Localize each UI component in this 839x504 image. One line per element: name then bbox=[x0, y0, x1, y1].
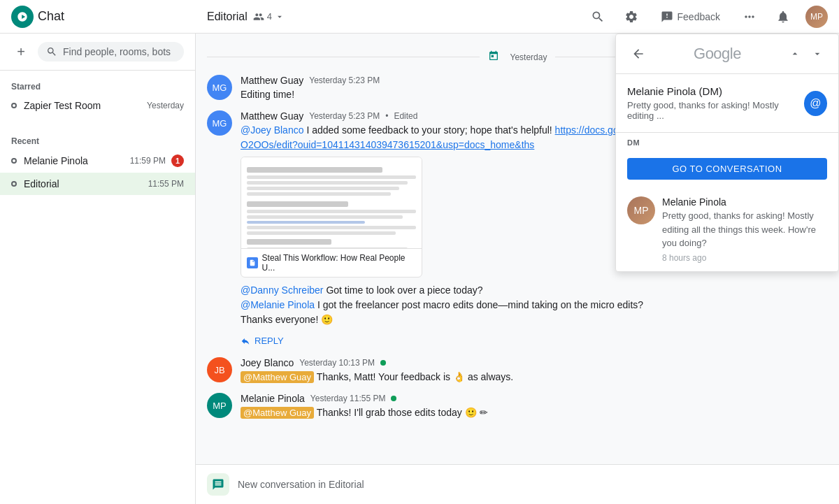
text-joey: Thanks, Matt! Your feedback is 👌 as alwa… bbox=[317, 371, 514, 382]
app-title: Chat bbox=[38, 9, 64, 24]
sidebar-item-name: Zapier Test Room bbox=[24, 100, 101, 111]
text-melanie-4: Thanks! I'll grab those edits today 🙂 ✏ bbox=[317, 407, 488, 418]
avatar-matthew-2: MG bbox=[207, 110, 232, 136]
notifications-button[interactable] bbox=[772, 6, 794, 28]
apps-button[interactable] bbox=[738, 6, 761, 28]
docs-icon bbox=[247, 257, 258, 268]
starred-section-title: Starred bbox=[0, 79, 195, 94]
sidebar-item-left: Zapier Test Room bbox=[11, 100, 101, 111]
popup-nav-up[interactable] bbox=[785, 44, 805, 64]
msg-author-2: Matthew Guay bbox=[241, 110, 303, 122]
new-conv-icon bbox=[207, 473, 229, 496]
popup-dm-header: Melanie Pinola (DM) Pretty good, thanks … bbox=[616, 74, 838, 133]
popup-nav-down[interactable] bbox=[808, 44, 827, 64]
mention-highlight-matthew: @Matthew Guay bbox=[241, 371, 314, 383]
reply-label: REPLY bbox=[254, 336, 284, 346]
member-count-number: 4 bbox=[267, 11, 272, 22]
sidebar-item-left: Editorial bbox=[11, 178, 59, 189]
mention-melanie: @Melanie Pinola bbox=[241, 299, 315, 310]
topbar-actions: Feedback MP bbox=[587, 6, 828, 28]
new-conv-label: New conversation in Editorial bbox=[238, 479, 364, 490]
popup-dm-preview: Pretty good, thanks for asking! Mostly e… bbox=[627, 100, 804, 121]
popup-dm-info: Melanie Pinola (DM) Pretty good, thanks … bbox=[627, 85, 804, 121]
message-body-4: Melanie Pinola Yesterday 11:55 PM @Matth… bbox=[241, 393, 828, 420]
avatar-melanie: MP bbox=[207, 393, 232, 418]
calendar-icon bbox=[488, 50, 499, 64]
sidebar-item-melanie[interactable]: Melanie Pinola 11:59 PM 1 bbox=[0, 149, 195, 173]
member-count: 4 bbox=[253, 11, 285, 22]
popup-dm-label: DM bbox=[616, 133, 838, 150]
popup-at-icon: @ bbox=[804, 91, 827, 116]
msg-time-1: Yesterday 5:23 PM bbox=[309, 75, 380, 85]
app-logo-section: Chat bbox=[11, 6, 207, 28]
sidebar-item-time: 11:59 PM bbox=[130, 156, 166, 166]
msg-header-4: Melanie Pinola Yesterday 11:55 PM bbox=[241, 393, 828, 404]
message-group-4: MP Melanie Pinola Yesterday 11:55 PM @Ma… bbox=[207, 393, 828, 420]
popup-avatar-initials: MP bbox=[634, 205, 649, 216]
avatar-matthew: MG bbox=[207, 75, 232, 100]
starred-section: Starred Zapier Test Room Yesterday bbox=[0, 71, 195, 125]
popup-dm-row: Melanie Pinola (DM) Pretty good, thanks … bbox=[627, 85, 827, 121]
search-bar: + Find people, rooms, bots bbox=[0, 34, 195, 71]
date-separator-text: Yesterday bbox=[510, 52, 547, 62]
msg-text-pre: I added some feedback to your story; hop… bbox=[306, 124, 554, 136]
room-name: Editorial bbox=[207, 10, 248, 23]
search-placeholder: Find people, rooms, bots bbox=[63, 46, 171, 57]
sidebar-item-zapier[interactable]: Zapier Test Room Yesterday bbox=[0, 94, 195, 117]
text-thanks: Thanks everyone! 🙂 bbox=[241, 314, 333, 325]
avatar-joey: JB bbox=[207, 357, 232, 382]
online-indicator-3 bbox=[380, 360, 386, 366]
doc-preview[interactable]: Steal This Workflow: How Real People U..… bbox=[241, 157, 422, 278]
msg-author-3: Joey Blanco bbox=[241, 357, 294, 368]
recent-section: Recent Melanie Pinola 11:59 PM 1 Editori… bbox=[0, 125, 195, 203]
reply-button[interactable]: REPLY bbox=[241, 333, 284, 349]
message-body-3: Joey Blanco Yesterday 10:13 PM @Matthew … bbox=[241, 357, 828, 384]
mention-danny: @Danny Schreiber bbox=[241, 285, 324, 296]
popup-msg-text: Pretty good, thanks for asking! Mostly e… bbox=[662, 209, 827, 250]
msg-header-3: Joey Blanco Yesterday 10:13 PM bbox=[241, 357, 828, 368]
go-to-conversation-button[interactable]: GO TO CONVERSATION bbox=[627, 158, 827, 180]
message-group-3: JB Joey Blanco Yesterday 10:13 PM @Matth… bbox=[207, 357, 828, 384]
new-conversation-bar[interactable]: New conversation in Editorial bbox=[196, 464, 839, 504]
sidebar-item-time: 11:55 PM bbox=[148, 179, 184, 189]
feedback-label: Feedback bbox=[677, 11, 720, 22]
sidebar-item-dot bbox=[11, 103, 17, 108]
feedback-button[interactable]: Feedback bbox=[654, 6, 727, 27]
sidebar: + Find people, rooms, bots Starred Zapie… bbox=[0, 34, 196, 504]
sidebar-item-time: Yesterday bbox=[147, 101, 184, 110]
app-logo-icon bbox=[11, 6, 34, 28]
msg-author-4: Melanie Pinola bbox=[241, 393, 305, 404]
popup-msg-avatar: MP bbox=[627, 196, 655, 224]
separator-line-left bbox=[207, 57, 480, 57]
search-button[interactable] bbox=[587, 6, 609, 28]
msg-time-3: Yesterday 10:13 PM bbox=[299, 358, 375, 368]
doc-title: Steal This Workflow: How Real People U..… bbox=[262, 253, 416, 273]
doc-thumb-content bbox=[241, 157, 422, 248]
settings-button[interactable] bbox=[620, 6, 643, 28]
msg-edited-label: Edited bbox=[394, 111, 417, 121]
msg-author-1: Matthew Guay bbox=[241, 75, 303, 86]
doc-thumb-footer: Steal This Workflow: How Real People U..… bbox=[241, 248, 422, 277]
add-button[interactable]: + bbox=[11, 42, 31, 62]
popup-msg-time: 8 hours ago bbox=[662, 253, 827, 263]
sidebar-item-editorial[interactable]: Editorial 11:55 PM bbox=[0, 173, 195, 195]
msg-mention-joey: @Joey Blanco bbox=[241, 124, 303, 136]
popup-msg-name: Melanie Pinola bbox=[662, 196, 827, 208]
unread-badge: 1 bbox=[171, 154, 184, 167]
sidebar-item-name: Melanie Pinola bbox=[24, 155, 88, 166]
popup-msg-body: Melanie Pinola Pretty good, thanks for a… bbox=[662, 196, 827, 263]
popup-nav-btns bbox=[785, 44, 827, 64]
online-indicator-4 bbox=[391, 396, 396, 401]
topbar: Chat Editorial 4 Feedback MP bbox=[0, 0, 839, 34]
popup-dm-name: Melanie Pinola (DM) bbox=[627, 85, 804, 97]
popup-header: Google bbox=[616, 34, 838, 74]
sidebar-item-status-dot bbox=[11, 158, 17, 164]
popup-panel: Google Melanie Pinola (DM) Pretty good, … bbox=[615, 34, 839, 272]
user-avatar[interactable]: MP bbox=[805, 6, 828, 28]
search-input-container[interactable]: Find people, rooms, bots bbox=[38, 42, 184, 62]
popup-google-label: Google bbox=[694, 45, 741, 63]
popup-back-button[interactable] bbox=[627, 43, 650, 65]
text-melanie: I got the freelancer post macro edits do… bbox=[317, 299, 643, 310]
msg-text-3: @Matthew Guay Thanks, Matt! Your feedbac… bbox=[241, 370, 828, 384]
msg-time-4: Yesterday 11:55 PM bbox=[310, 394, 386, 403]
